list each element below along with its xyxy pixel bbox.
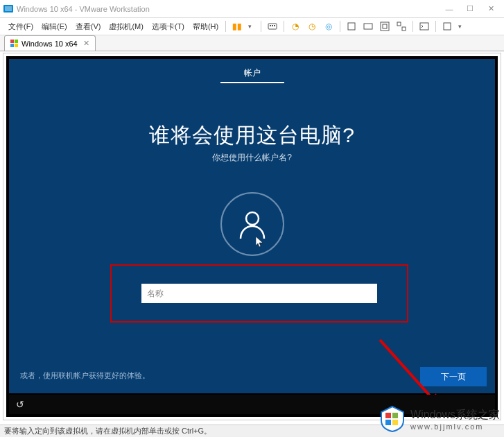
menu-vm[interactable]: 虚拟机(M)	[105, 20, 148, 33]
tab-bar: Windows 10 x64 ✕	[0, 35, 504, 51]
menubar: 文件(F) 编辑(E) 查看(V) 虚拟机(M) 选项卡(T) 帮助(H) ▮▮…	[0, 18, 504, 35]
tab-close-icon[interactable]: ✕	[83, 39, 89, 48]
separator	[340, 21, 340, 32]
close-button[interactable]: ✕	[480, 2, 501, 16]
menu-view[interactable]: 查看(V)	[71, 20, 105, 33]
back-icon[interactable]: ↺	[16, 399, 24, 410]
offline-account-link[interactable]: 或者，使用联机帐户获得更好的体验。	[20, 370, 150, 381]
menu-help[interactable]: 帮助(H)	[189, 20, 223, 33]
svg-rect-9	[381, 22, 389, 31]
oobe-screen: 帐户 谁将会使用这台电脑? 你想使用什么帐户名? 或者，使用联机帐户获得更好的体…	[9, 59, 495, 393]
svg-rect-8	[364, 24, 372, 29]
oobe-bottom-bar: ↺	[9, 395, 495, 414]
user-avatar-icon	[220, 192, 284, 256]
status-bar: 要将输入定向到该虚拟机，请在虚拟机内部单击或按 Ctrl+G。	[0, 425, 504, 437]
unity-icon[interactable]	[394, 19, 408, 33]
send-ctrl-alt-del-icon[interactable]	[266, 19, 279, 33]
svg-rect-11	[397, 22, 401, 26]
separator	[284, 21, 284, 32]
next-button[interactable]: 下一页	[420, 367, 487, 386]
chevron-down-icon[interactable]: ▾	[453, 19, 467, 33]
fit-guest-icon[interactable]	[345, 19, 358, 33]
svg-rect-7	[348, 23, 355, 30]
windows-icon	[10, 40, 19, 48]
svg-rect-6	[274, 25, 275, 26]
separator	[261, 21, 261, 32]
status-text: 要将输入定向到该虚拟机，请在虚拟机内部单击或按 Ctrl+G。	[4, 427, 211, 435]
highlight-annotation	[110, 264, 408, 323]
svg-rect-16	[15, 40, 18, 43]
console-icon[interactable]	[417, 19, 431, 33]
maximize-button[interactable]: ☐	[460, 2, 480, 16]
svg-rect-15	[10, 40, 14, 43]
tab-label: Windows 10 x64	[21, 40, 78, 48]
svg-rect-2	[5, 6, 12, 11]
svg-rect-10	[383, 24, 387, 28]
menu-edit[interactable]: 编辑(E)	[37, 20, 71, 33]
snapshot-manager-icon[interactable]: ◎	[322, 19, 336, 33]
separator	[225, 21, 226, 32]
vm-tab[interactable]: Windows 10 x64 ✕	[4, 35, 96, 51]
window-titlebar: Windows 10 x64 - VMware Workstation — ☐ …	[0, 0, 504, 18]
svg-rect-12	[402, 27, 406, 31]
oobe-subheading: 你想使用什么帐户名?	[9, 152, 495, 164]
oobe-tab-account: 帐户	[220, 66, 284, 83]
svg-rect-13	[420, 23, 428, 30]
fullscreen-icon[interactable]	[378, 19, 392, 33]
fit-window-icon[interactable]	[361, 19, 375, 33]
separator	[412, 21, 413, 32]
menu-tabs[interactable]: 选项卡(T)	[148, 20, 189, 33]
vm-viewport: 帐户 谁将会使用这台电脑? 你想使用什么帐户名? 或者，使用联机帐户获得更好的体…	[3, 53, 501, 420]
stretch-icon[interactable]	[440, 19, 454, 33]
pause-icon[interactable]: ▮▮	[230, 19, 244, 33]
window-title: Windows 10 x64 - VMware Workstation	[17, 5, 439, 13]
separator	[435, 21, 436, 32]
snapshot-icon[interactable]: ◔	[288, 19, 302, 33]
svg-rect-4	[270, 25, 271, 26]
svg-rect-18	[15, 44, 18, 47]
svg-rect-14	[444, 23, 451, 30]
snapshot-revert-icon[interactable]: ◷	[305, 19, 319, 33]
vm-black-border: 帐户 谁将会使用这台电脑? 你想使用什么帐户名? 或者，使用联机帐户获得更好的体…	[6, 56, 498, 417]
svg-rect-17	[10, 44, 14, 47]
svg-rect-5	[272, 25, 273, 26]
window-controls: — ☐ ✕	[439, 2, 501, 16]
oobe-heading: 谁将会使用这台电脑?	[9, 121, 495, 150]
menu-file[interactable]: 文件(F)	[4, 20, 37, 33]
svg-point-19	[246, 212, 259, 225]
username-input[interactable]	[141, 284, 377, 303]
chevron-down-icon[interactable]: ▾	[243, 19, 257, 33]
vmware-app-icon	[3, 3, 14, 15]
minimize-button[interactable]: —	[439, 2, 460, 16]
